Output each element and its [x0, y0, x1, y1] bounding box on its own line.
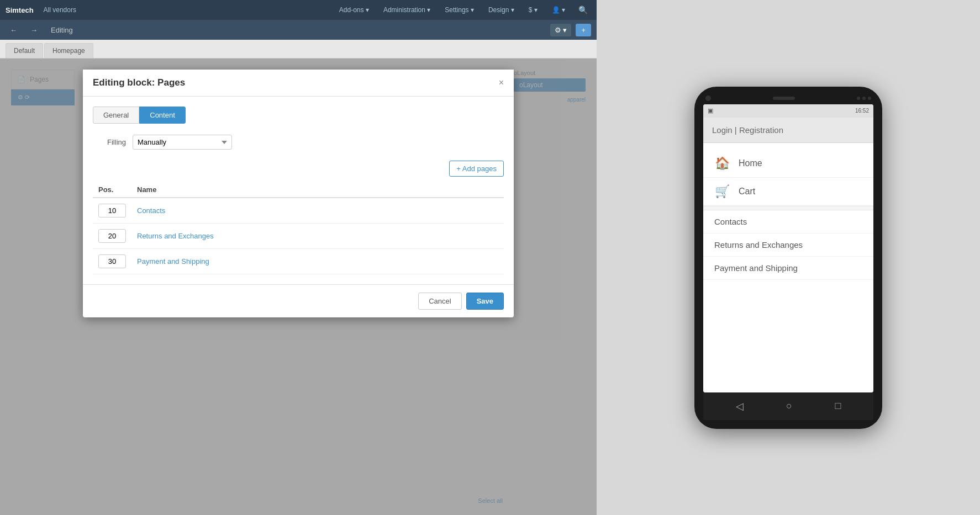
tab-default[interactable]: Default [6, 43, 43, 58]
phone-device: ▣ 16:52 Login | Registration 🏠 Home 🛒 Ca… [694, 87, 882, 429]
modal-close-button[interactable]: × [499, 78, 504, 88]
phone-screen: ▣ 16:52 Login | Registration 🏠 Home 🛒 Ca… [703, 104, 873, 392]
phone-status-left: ▣ [708, 107, 713, 114]
phone-menu-contacts: Contacts [703, 210, 873, 233]
add-button[interactable]: + [576, 24, 591, 36]
phone-back-button[interactable]: ◁ [736, 400, 744, 412]
tab-bar: Default Homepage [0, 40, 597, 59]
modal-header: Editing block: Pages × [83, 70, 514, 97]
phone-speaker [773, 97, 795, 100]
col-name: Name [131, 182, 504, 198]
pos-cell-1 [93, 224, 131, 249]
phone-dots [857, 97, 871, 100]
nav-administration[interactable]: Administration ▾ [379, 0, 435, 20]
add-pages-button[interactable]: + Add pages [449, 161, 504, 177]
phone-dot-3 [868, 97, 871, 100]
back-button[interactable]: ← [6, 20, 22, 40]
vendor-selector[interactable]: All vendors [39, 0, 81, 20]
phone-dot-2 [862, 97, 866, 100]
filling-label: Filling [93, 138, 126, 146]
name-cell-1: Returns and Exchanges [131, 224, 504, 249]
brand-logo: Simtech [6, 6, 34, 14]
page-link-1[interactable]: Returns and Exchanges [137, 232, 214, 240]
save-button[interactable]: Save [466, 293, 504, 310]
tab-general[interactable]: General [93, 107, 139, 124]
pos-input-0[interactable] [98, 204, 126, 217]
phone-login-bar: Login | Registration [703, 118, 873, 143]
phone-time: 16:52 [855, 108, 869, 114]
search-icon[interactable]: 🔍 [575, 6, 591, 14]
phone-status-right: 16:52 [855, 108, 869, 114]
tab-homepage[interactable]: Homepage [44, 43, 93, 58]
modal-overlay: Editing block: Pages × General Content [0, 59, 597, 515]
nav-user[interactable]: 👤 ▾ [547, 0, 570, 20]
pos-input-1[interactable] [98, 229, 126, 243]
modal-footer: Cancel Save [83, 284, 514, 317]
pos-input-2[interactable] [98, 254, 126, 268]
phone-home-button[interactable]: ○ [786, 400, 792, 412]
filling-select[interactable]: Manually Automatically [133, 135, 232, 150]
table-row: Returns and Exchanges [93, 224, 504, 249]
pos-cell-0 [93, 198, 131, 224]
phone-menu: 🏠 Home 🛒 Cart Contacts Returns and Excha… [703, 143, 873, 392]
cancel-button[interactable]: Cancel [418, 293, 461, 310]
phone-camera [705, 95, 711, 101]
second-nav: ← → Editing ⚙ ▾ + [0, 20, 597, 40]
settings-button[interactable]: ⚙ ▾ [550, 24, 572, 36]
table-row: Contacts [93, 198, 504, 224]
nav-settings[interactable]: Settings ▾ [440, 0, 478, 20]
phone-menu-home: 🏠 Home [703, 150, 873, 178]
modal-title: Editing block: Pages [93, 77, 185, 88]
add-pages-section: + Add pages [93, 161, 504, 177]
forward-button[interactable]: → [26, 20, 42, 40]
modal-tabs: General Content [93, 107, 504, 124]
phone-login-text: Login | Registration [712, 125, 783, 135]
cart-icon: 🛒 [714, 184, 730, 199]
table-row: Payment and Shipping [93, 249, 504, 274]
phone-bottom-bar: ◁ ○ □ [703, 392, 873, 420]
nav-currency[interactable]: $ ▾ [524, 0, 542, 20]
phone-cart-label: Cart [739, 187, 755, 197]
name-cell-0: Contacts [131, 198, 504, 224]
phone-menu-shipping: Payment and Shipping [703, 257, 873, 280]
pages-table: Pos. Name Contacts Returns [93, 182, 504, 274]
name-cell-2: Payment and Shipping [131, 249, 504, 274]
nav-addons[interactable]: Add-ons ▾ [335, 0, 373, 20]
page-link-0[interactable]: Contacts [137, 206, 165, 215]
nav-design[interactable]: Design ▾ [484, 0, 519, 20]
modal-body: General Content Filling Manually Automat… [83, 97, 514, 284]
phone-dot-1 [857, 97, 860, 100]
page-link-2[interactable]: Payment and Shipping [137, 257, 209, 266]
page-title: Editing [46, 20, 77, 40]
phone-status-bar: ▣ 16:52 [703, 104, 873, 118]
modal-dialog: Editing block: Pages × General Content [83, 70, 514, 317]
main-content: 📄 Pages ⚙ ⟳ layout This container is N..… [0, 59, 597, 515]
phone-area: ▣ 16:52 Login | Registration 🏠 Home 🛒 Ca… [597, 0, 980, 515]
phone-menu-returns: Returns and Exchanges [703, 233, 873, 257]
phone-recents-button[interactable]: □ [835, 400, 841, 412]
phone-menu-cart: 🛒 Cart [703, 178, 873, 206]
pos-cell-2 [93, 249, 131, 274]
filling-row: Filling Manually Automatically [93, 135, 504, 150]
top-nav: Simtech All vendors Add-ons ▾ Administra… [0, 0, 597, 20]
col-pos: Pos. [93, 182, 131, 198]
phone-shipping-label: Payment and Shipping [714, 263, 798, 273]
phone-menu-divider [703, 206, 873, 210]
phone-top-hardware [703, 95, 873, 101]
phone-home-label: Home [739, 158, 762, 168]
phone-contacts-label: Contacts [714, 217, 747, 226]
tab-content[interactable]: Content [139, 107, 186, 124]
home-icon: 🏠 [714, 156, 730, 171]
phone-returns-label: Returns and Exchanges [714, 240, 803, 249]
